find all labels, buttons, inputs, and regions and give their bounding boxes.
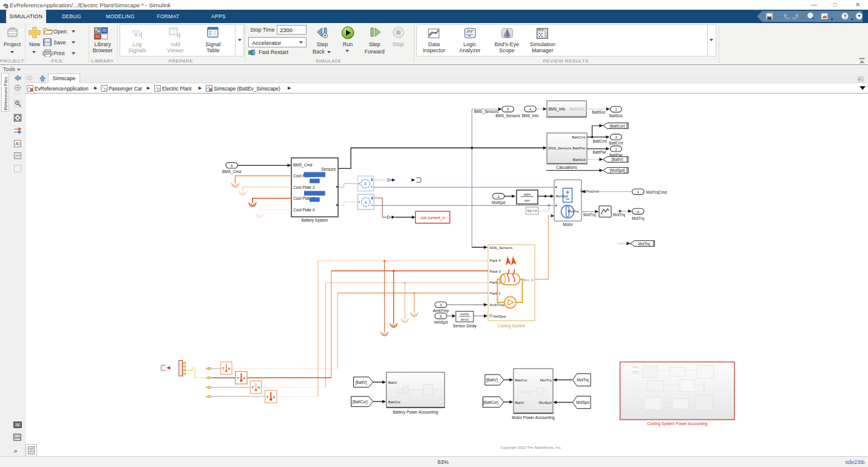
- svg-text:MotTrq: MotTrq: [583, 213, 596, 217]
- svg-text:A: A: [273, 395, 275, 399]
- svg-text:BMS_Sensors: BMS_Sensors: [474, 109, 498, 114]
- svg-text:BattV: BattV: [515, 401, 524, 404]
- svg-text:VehSpd: VehSpd: [434, 320, 448, 325]
- svg-text:2: 2: [615, 147, 617, 151]
- svg-text:num(z): num(z): [460, 313, 469, 316]
- svg-text:MotTrq: MotTrq: [613, 213, 626, 217]
- svg-text:MotSpd: MotSpd: [539, 401, 552, 404]
- svg-text:Calculations: Calculations: [556, 165, 577, 169]
- svg-text:?: ?: [843, 13, 847, 19]
- svg-text:Battery System: Battery System: [301, 218, 328, 223]
- svg-text:BattPwr: BattPwr: [572, 146, 585, 150]
- svg-text:A: A: [16, 141, 19, 146]
- svg-text:BattCur: BattCur: [388, 400, 401, 404]
- svg-text:5: 5: [507, 107, 509, 111]
- svg-text:Pack 1: Pack 1: [490, 291, 501, 295]
- svg-text:4: 4: [637, 210, 639, 214]
- svg-text:Battery Power Accounting: Battery Power Accounting: [393, 410, 438, 415]
- svg-text:[BattV]: [BattV]: [356, 380, 367, 385]
- svg-text:den(z): den(z): [461, 318, 469, 321]
- svg-text:out.current_n: out.current_n: [421, 216, 445, 220]
- svg-text:T: T: [222, 367, 225, 370]
- svg-text:6: 6: [439, 314, 442, 318]
- svg-text:[BattCur]: [BattCur]: [610, 124, 625, 129]
- svg-text:4: 4: [529, 107, 532, 111]
- svg-text:A: A: [243, 377, 245, 380]
- svg-text:Motor: Motor: [563, 222, 573, 227]
- svg-text:Cooling System Power Accountin: Cooling System Power Accounting: [647, 421, 708, 426]
- svg-text:[BattV]: [BattV]: [612, 157, 623, 162]
- svg-text:rpm: rpm: [524, 199, 531, 202]
- svg-text:[MotSpd]: [MotSpd]: [609, 168, 625, 173]
- svg-text:BMS_Info: BMS_Info: [549, 107, 566, 112]
- svg-text:BMS_Cmd: BMS_Cmd: [222, 169, 242, 174]
- svg-text:MotTrq: MotTrq: [632, 216, 645, 221]
- svg-text:Pack 4: Pack 4: [490, 259, 501, 262]
- svg-text:SNS_Sensors: SNS_Sensors: [548, 146, 571, 150]
- svg-text:rad/s: rad/s: [524, 193, 531, 196]
- svg-text:Cool Plate 2: Cool Plate 2: [293, 185, 315, 189]
- svg-text:Cooling System: Cooling System: [498, 324, 526, 329]
- svg-text:MotTrq: MotTrq: [540, 378, 552, 382]
- svg-text:Copyright 2022 The MathWorks,: Copyright 2022 The MathWorks, Inc.: [501, 445, 562, 449]
- svg-text:BattCrnt: BattCrnt: [593, 139, 607, 143]
- svg-text:f(x) = 0: f(x) = 0: [527, 209, 537, 213]
- svg-text:[BattV]: [BattV]: [486, 378, 498, 383]
- svg-text:BattSoc: BattSoc: [592, 110, 606, 114]
- svg-text:3: 3: [439, 302, 442, 307]
- svg-text:BattCrnt: BattCrnt: [572, 135, 586, 139]
- svg-text:A: A: [364, 200, 367, 205]
- svg-text:1: 1: [615, 107, 617, 111]
- svg-text:BattSoc: BattSoc: [609, 114, 623, 118]
- svg-text:Pack 3: Pack 3: [490, 270, 501, 273]
- svg-text:A: A: [364, 182, 367, 186]
- svg-text:MotTrq: MotTrq: [568, 210, 578, 213]
- svg-text:MotSpd: MotSpd: [492, 200, 506, 205]
- svg-text:MotTrqCmd: MotTrqCmd: [646, 190, 667, 195]
- svg-text:T: T: [251, 386, 254, 389]
- svg-text:Sensors: Sensors: [321, 167, 336, 171]
- svg-text:2: 2: [497, 194, 500, 199]
- svg-text:T: T: [237, 377, 239, 380]
- svg-text:Referenced Files: Referenced Files: [3, 77, 8, 111]
- svg-text:A: A: [257, 386, 260, 389]
- svg-text:BattCrnt: BattCrnt: [609, 141, 623, 145]
- svg-text:5: 5: [231, 163, 233, 168]
- svg-text:A: A: [228, 367, 231, 370]
- svg-text:BattVolt: BattVolt: [572, 157, 585, 162]
- svg-text:MotTrq: MotTrq: [577, 378, 589, 383]
- svg-text:MotSpd: MotSpd: [556, 194, 568, 198]
- svg-text:MotTrq: MotTrq: [638, 242, 650, 247]
- svg-text:Sensor Delay: Sensor Delay: [453, 324, 477, 329]
- svg-text:VehSpd: VehSpd: [493, 315, 506, 318]
- svg-text:Cool Plate 4: Cool Plate 4: [293, 208, 315, 212]
- svg-text:E=Jω: E=Jω: [520, 390, 531, 394]
- svg-text:3: 3: [615, 135, 617, 139]
- svg-text:»: »: [14, 448, 18, 454]
- svg-text:BattCur: BattCur: [515, 378, 527, 382]
- svg-text:1: 1: [637, 189, 639, 194]
- svg-text:BMS_Cmd: BMS_Cmd: [293, 163, 313, 168]
- svg-text:Motor Power Accounting: Motor Power Accounting: [512, 415, 555, 420]
- svg-text:BMS_Sensors: BMS_Sensors: [496, 114, 520, 118]
- svg-text:BattSOC: BattSOC: [570, 107, 585, 111]
- svg-text:BattV: BattV: [388, 381, 398, 384]
- svg-text:AmbTmp: AmbTmp: [490, 303, 505, 307]
- svg-text:Pack 2: Pack 2: [490, 281, 501, 284]
- svg-text:SNS_Sensors: SNS_Sensors: [490, 246, 513, 250]
- svg-text:[BattCur]: [BattCur]: [483, 400, 498, 405]
- svg-text:[BattCur]: [BattCur]: [353, 400, 368, 404]
- svg-text:BattPwr: BattPwr: [593, 150, 606, 154]
- svg-text:BMS_Info: BMS_Info: [522, 114, 539, 118]
- svg-text:Mot_H: Mot_H: [523, 278, 534, 282]
- svg-text:MotSpd: MotSpd: [576, 400, 589, 405]
- svg-text:T: T: [266, 395, 269, 399]
